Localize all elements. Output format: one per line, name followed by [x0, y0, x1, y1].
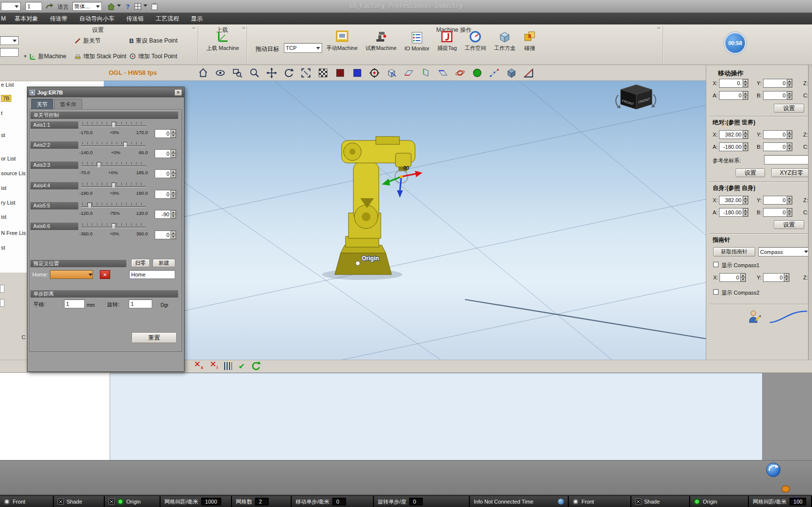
stepper-arrows[interactable]: [170, 190, 176, 198]
statusbar-origin-select[interactable]: Origin: [105, 496, 161, 507]
abs-a-field[interactable]: -180.00: [719, 142, 748, 151]
xyz-zero-button[interactable]: XYZ归零: [771, 168, 812, 177]
measure-ruler-icon[interactable]: [522, 67, 535, 79]
statusbar-view-select-2[interactable]: Front: [569, 496, 631, 507]
machine-select-combo2[interactable]: [0, 48, 19, 57]
rel-y-field[interactable]: 0: [763, 79, 792, 88]
orbit-icon[interactable]: [454, 67, 466, 79]
rel-b-field[interactable]: 0: [763, 91, 792, 100]
get-compass-button[interactable]: 获取指南针: [713, 247, 755, 256]
statusbar-shade-select-2[interactable]: Shade: [631, 496, 690, 507]
slider-handle[interactable]: [123, 142, 127, 148]
grid-spacing-value[interactable]: 1000: [201, 498, 221, 506]
dialog-launcher-icon[interactable]: ⌐: [192, 25, 195, 31]
grid-count-value[interactable]: 2: [255, 498, 269, 506]
stepper-arrows[interactable]: [742, 131, 748, 138]
cube-axes-icon[interactable]: [385, 67, 398, 79]
preset-name-field[interactable]: Home: [129, 270, 175, 279]
annotate-user-icon[interactable]: [748, 310, 761, 323]
sync-sphere-icon[interactable]: [766, 462, 781, 478]
collision-button[interactable]: 碰撞: [520, 29, 539, 53]
stepper-arrows[interactable]: [742, 143, 748, 151]
teach-machine-button[interactable]: 试教Machine: [362, 29, 400, 53]
self-set-button[interactable]: 设置: [774, 220, 804, 229]
self-y-field[interactable]: 0: [763, 196, 792, 205]
rel-a-field[interactable]: 0: [719, 91, 748, 100]
work-box-button[interactable]: 工作方盒: [490, 29, 519, 53]
reset-base-point-button[interactable]: B 重设 Base Point: [127, 35, 180, 46]
axis5-slider[interactable]: [81, 202, 146, 210]
compass1-x-field[interactable]: 0: [719, 273, 746, 282]
clear-path-icon[interactable]: ✕x: [194, 360, 203, 372]
redo-arrow-icon[interactable]: [45, 2, 54, 11]
abs-y-field[interactable]: 0: [763, 130, 792, 139]
io-monitor-button[interactable]: IO Monitor: [401, 29, 433, 53]
tree-item[interactable]: st: [1, 245, 5, 251]
stepper-arrows[interactable]: [787, 131, 792, 138]
trace-bars-icon[interactable]: [224, 362, 232, 370]
center-target-icon[interactable]: [368, 67, 381, 79]
tab-joint[interactable]: 关节: [31, 99, 53, 109]
stepper-arrows[interactable]: [787, 208, 792, 216]
jog-dialog-titlebar[interactable]: Jog:ER7B ✕: [27, 87, 184, 97]
axis2-value-field[interactable]: 0: [155, 149, 176, 158]
stepper-arrows[interactable]: [742, 92, 748, 99]
tree-item[interactable]: N Free Lis: [1, 230, 26, 236]
stepper-arrows[interactable]: [742, 196, 748, 204]
rotate-view-icon[interactable]: [282, 67, 295, 79]
stepper-arrows[interactable]: [740, 274, 745, 281]
axis1-value-field[interactable]: 0: [155, 129, 176, 138]
slider-handle[interactable]: [112, 183, 116, 189]
confirm-icon[interactable]: ✔: [238, 362, 245, 371]
menu-item-process[interactable]: 工艺流程: [150, 13, 185, 24]
pan-icon[interactable]: [265, 67, 278, 79]
self-a-field[interactable]: -180.00: [719, 208, 748, 217]
self-b-field[interactable]: 0: [763, 208, 792, 217]
menu-item-display[interactable]: 显示: [185, 13, 209, 24]
tab-cartesian[interactable]: 笛卡尔: [54, 99, 82, 109]
view-home-icon[interactable]: [197, 67, 209, 79]
machine-select-combo[interactable]: [0, 36, 19, 45]
refresh-icon[interactable]: [251, 361, 261, 371]
help-icon[interactable]: ?: [123, 2, 132, 11]
tree-item[interactable]: st: [1, 132, 5, 138]
slider-handle[interactable]: [88, 203, 92, 209]
rel-set-button[interactable]: 设置: [774, 104, 804, 113]
measure-points-icon[interactable]: [488, 67, 501, 79]
abs-x-field[interactable]: 382.00: [719, 130, 748, 139]
plane-yz-icon[interactable]: [419, 67, 432, 79]
axis4-slider[interactable]: [81, 182, 146, 190]
qat-preset-combo[interactable]: [1, 2, 21, 11]
stepper-arrows[interactable]: [170, 170, 176, 178]
self-x-field[interactable]: 382.00: [719, 196, 748, 205]
clipboard-icon[interactable]: [150, 2, 159, 11]
axis1-slider[interactable]: [81, 121, 146, 129]
stepper-arrows[interactable]: [784, 274, 789, 281]
compass-combo[interactable]: Compass: [758, 247, 810, 256]
statusbar-origin-select-2[interactable]: Origin: [690, 496, 749, 507]
origin-marker[interactable]: [356, 261, 360, 266]
menu-item-agv[interactable]: 自动导向小车: [73, 13, 120, 24]
chevron-down-icon[interactable]: [116, 2, 121, 11]
chevron-down-icon[interactable]: [143, 2, 148, 11]
tree-item[interactable]: source Lis: [1, 170, 25, 176]
menu-item-basic-objects[interactable]: 基本对象: [9, 13, 44, 24]
drag-target-combo[interactable]: TCP: [284, 43, 322, 53]
home-icon[interactable]: [107, 2, 116, 11]
record-icon[interactable]: [471, 67, 484, 79]
stepper-arrows[interactable]: [742, 79, 748, 87]
axis6-value-field[interactable]: 0: [155, 230, 176, 239]
stepper-arrows[interactable]: [787, 196, 792, 204]
stepper-arrows[interactable]: [170, 210, 176, 218]
tree-item[interactable]: e List: [1, 82, 14, 88]
axis3-value-field[interactable]: 0: [155, 169, 176, 178]
stepper-arrows[interactable]: [170, 150, 176, 158]
tree-item-selected[interactable]: 7B: [1, 95, 11, 102]
move-step-value[interactable]: 0: [332, 498, 346, 506]
plane-xz-icon[interactable]: [437, 67, 449, 79]
show-compass2-checkbox[interactable]: [713, 289, 719, 295]
manual-machine-button[interactable]: 手动Machine: [323, 29, 361, 53]
new-machine-button[interactable]: + 新Machine: [22, 51, 68, 62]
new-joint-button[interactable]: 新关节: [72, 35, 103, 46]
stepper-arrows[interactable]: [170, 231, 176, 239]
